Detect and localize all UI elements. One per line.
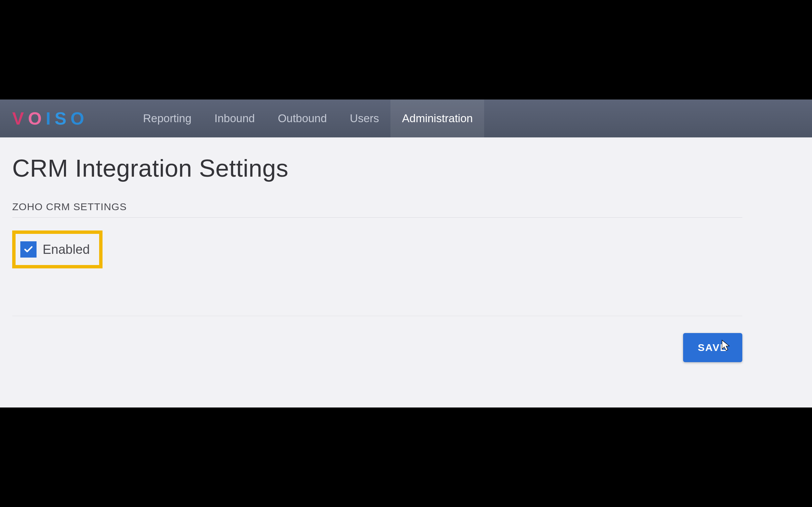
save-button-label: SAVE <box>698 342 727 353</box>
check-icon <box>23 244 33 255</box>
enabled-highlight-box: Enabled <box>12 230 103 268</box>
nav-item-administration[interactable]: Administration <box>390 100 484 137</box>
logo-letter-s: S <box>55 108 70 129</box>
enabled-label: Enabled <box>43 242 90 257</box>
logo: V O I S O <box>12 108 88 129</box>
nav-item-users[interactable]: Users <box>338 100 390 137</box>
logo-letter-o1: O <box>28 108 45 129</box>
top-navbar: V O I S O Reporting Inbound Outbound Use… <box>0 100 812 137</box>
nav-item-reporting[interactable]: Reporting <box>132 100 203 137</box>
enabled-checkbox[interactable] <box>20 241 37 258</box>
page-title: CRM Integration Settings <box>12 154 800 182</box>
section-divider <box>12 316 742 316</box>
app-wrapper: V O I S O Reporting Inbound Outbound Use… <box>0 100 812 407</box>
logo-letter-o2: O <box>70 108 87 129</box>
nav-item-inbound[interactable]: Inbound <box>203 100 266 137</box>
logo-letter-i: I <box>46 108 54 129</box>
save-button[interactable]: SAVE <box>683 333 742 362</box>
logo-letter-v: V <box>12 108 27 129</box>
nav-items: Reporting Inbound Outbound Users Adminis… <box>132 100 484 137</box>
section-heading-zoho: ZOHO CRM SETTINGS <box>12 201 742 218</box>
actions-row: SAVE <box>12 333 742 362</box>
nav-item-outbound[interactable]: Outbound <box>266 100 338 137</box>
content-area: CRM Integration Settings ZOHO CRM SETTIN… <box>0 137 812 407</box>
